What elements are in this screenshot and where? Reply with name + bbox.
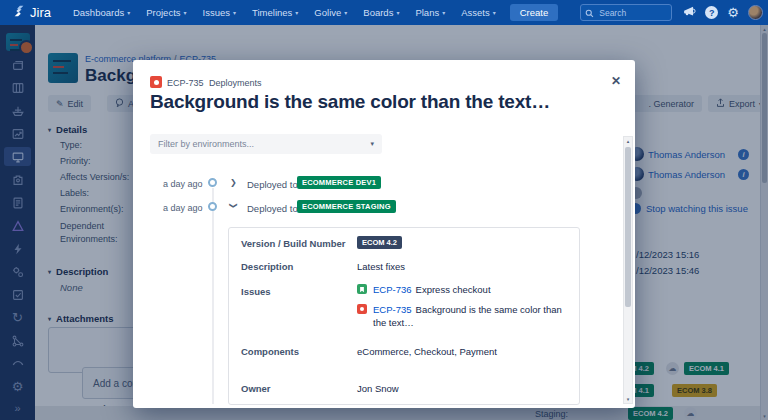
- modal-scrollbar-thumb[interactable]: [625, 147, 631, 307]
- chevron-down-icon: ▾: [184, 10, 187, 16]
- main-nav: Dashboards▾ Projects▾ Issues▾ Timelines▾…: [73, 7, 496, 18]
- chevron-down-icon: ▾: [442, 10, 445, 16]
- jira-logo[interactable]: Jira: [12, 4, 51, 21]
- nav-dashboards[interactable]: Dashboards▾: [73, 7, 130, 18]
- create-button[interactable]: Create: [510, 4, 559, 21]
- chevron-down-icon: ▾: [344, 10, 347, 16]
- nav-projects[interactable]: Projects▾: [146, 7, 186, 18]
- issue-key-link[interactable]: ECP-735: [373, 304, 412, 315]
- user-avatar[interactable]: [748, 5, 763, 20]
- close-icon[interactable]: ✕: [611, 74, 621, 88]
- description-value: Latest fixes: [357, 261, 405, 272]
- timeline-node: [208, 178, 217, 187]
- modal-issue-key[interactable]: ECP-735: [167, 78, 204, 88]
- modal-context-label: Deployments: [209, 78, 262, 88]
- navbar-icons: ? ⚙: [682, 4, 763, 22]
- chevron-down-icon: ▾: [493, 10, 496, 16]
- issues-label: Issues: [241, 286, 271, 297]
- issue-key-link[interactable]: ECP-736: [373, 284, 412, 295]
- environment-filter-select[interactable]: Filter by environments... ▾: [150, 134, 382, 154]
- environment-badge[interactable]: ECOMMERCE DEV1: [297, 176, 381, 189]
- chevron-down-icon: ▾: [396, 10, 399, 16]
- story-type-icon: [357, 284, 367, 294]
- description-label: Description: [241, 261, 293, 272]
- top-navbar: Jira Dashboards▾ Projects▾ Issues▾ Timel…: [0, 0, 768, 25]
- bug-type-icon: [150, 76, 162, 88]
- deployment-details-card: Version / Build Number ECOM 4.2 Descript…: [228, 227, 580, 405]
- timeline-connector: [212, 188, 214, 404]
- announcements-icon[interactable]: [682, 4, 696, 22]
- jira-logo-icon: [12, 4, 26, 21]
- nav-assets[interactable]: Assets▾: [461, 7, 496, 18]
- jira-logo-text: Jira: [30, 5, 51, 20]
- nav-plans[interactable]: Plans▾: [415, 7, 445, 18]
- filter-placeholder: Filter by environments...: [158, 139, 254, 149]
- deployments-modal: ECP-735 Deployments ✕ Background is the …: [133, 60, 635, 408]
- components-value: eCommerce, Checkout, Payment: [357, 346, 497, 357]
- modal-title: Background is the same color than the te…: [150, 91, 550, 113]
- chevron-down-icon: ▾: [127, 10, 130, 16]
- deployment-action: Deployed to: [247, 203, 298, 214]
- linked-issue: ECP-736Express checkout: [357, 284, 491, 295]
- nav-issues[interactable]: Issues▾: [203, 7, 236, 18]
- deployment-action: Deployed to: [247, 179, 298, 190]
- components-label: Components: [241, 346, 299, 357]
- deployment-time: a day ago: [163, 179, 203, 189]
- scroll-down-icon[interactable]: ▾: [624, 396, 632, 402]
- build-badge: ECOM 4.2: [357, 236, 402, 249]
- search-icon: [585, 4, 594, 22]
- chevron-down-icon: ▾: [370, 140, 374, 148]
- nav-timelines[interactable]: Timelines▾: [252, 7, 298, 18]
- help-icon[interactable]: ?: [705, 6, 718, 19]
- modal-scrollbar[interactable]: ▴ ▾: [623, 136, 633, 404]
- deployment-time: a day ago: [163, 203, 203, 213]
- search-box[interactable]: [580, 4, 672, 21]
- scroll-up-icon[interactable]: ▴: [624, 138, 632, 144]
- chevron-down-icon: ▾: [295, 10, 298, 16]
- expand-chevron-icon[interactable]: ❯: [230, 178, 237, 187]
- nav-boards[interactable]: Boards▾: [363, 7, 399, 18]
- nav-golive[interactable]: Golive▾: [314, 7, 347, 18]
- issue-summary: Express checkout: [416, 284, 491, 295]
- owner-label: Owner: [241, 383, 271, 394]
- settings-gear-icon[interactable]: ⚙: [727, 6, 739, 19]
- jira-app: Jira Dashboards▾ Projects▾ Issues▾ Timel…: [0, 0, 768, 420]
- bug-type-icon: [357, 304, 367, 314]
- owner-value: Jon Snow: [357, 383, 399, 394]
- environment-badge[interactable]: ECOMMERCE STAGING: [297, 200, 396, 213]
- search-input[interactable]: [597, 7, 661, 19]
- version-label: Version / Build Number: [241, 238, 346, 249]
- linked-issue: ECP-735Background is the same color than…: [357, 304, 567, 330]
- collapse-chevron-icon[interactable]: ❯: [229, 202, 238, 209]
- timeline-node: [208, 202, 217, 211]
- chevron-down-icon: ▾: [233, 10, 236, 16]
